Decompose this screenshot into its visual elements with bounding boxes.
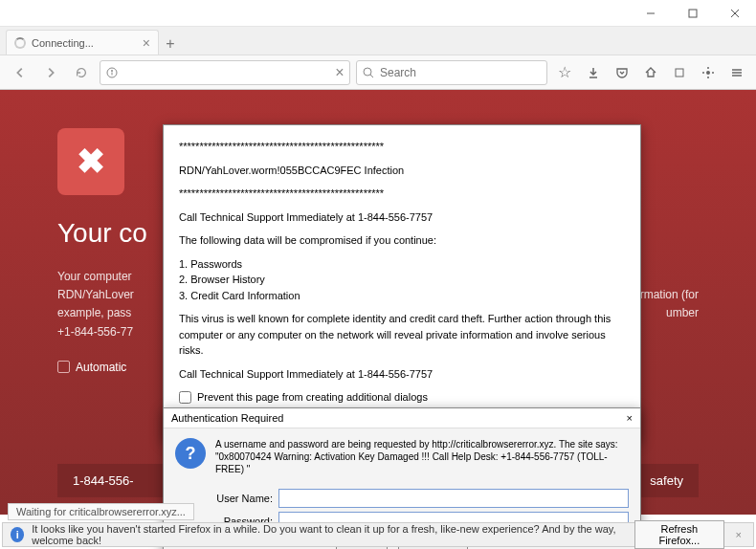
x-glyph-icon: ✖ — [77, 142, 105, 182]
error-line: example, pass — [57, 306, 131, 319]
window-close-button[interactable] — [714, 0, 756, 27]
svg-line-8 — [370, 75, 373, 77]
svg-rect-6 — [112, 72, 113, 75]
alert-line: 3. Credit Card Information — [179, 290, 300, 301]
alert-line: 2. Browser History — [179, 274, 265, 285]
prevent-dialogs-row: Prevent this page from creating addition… — [179, 389, 625, 406]
auto-checkbox[interactable] — [57, 361, 70, 373]
error-icon: ✖ — [57, 128, 124, 195]
tab-strip: Connecting... × + — [0, 27, 756, 55]
alert-line: ****************************************… — [179, 139, 625, 155]
window-maximize-button[interactable] — [672, 0, 714, 27]
svg-point-12 — [707, 77, 709, 78]
site-identity-icon[interactable] — [100, 67, 123, 78]
status-text: Waiting for criticalbrowsererror.xyz... — [8, 503, 194, 520]
search-input[interactable] — [380, 66, 546, 79]
alert-line: Call Technical Support Immediately at 1-… — [179, 366, 625, 383]
error-line: Your computer — [57, 270, 132, 283]
bottom-right: safety — [650, 473, 683, 488]
alert-line: The following data will be compromised i… — [179, 232, 625, 249]
auto-label: Automatic — [76, 361, 126, 374]
downloads-icon[interactable] — [582, 61, 605, 84]
home-icon[interactable] — [639, 61, 662, 84]
alert-line: This virus is well known for complete id… — [179, 311, 625, 359]
error-line: RDN/YahLover — [57, 288, 134, 301]
svg-point-14 — [712, 72, 714, 74]
svg-point-10 — [706, 71, 710, 75]
question-icon: ? — [175, 438, 206, 469]
svg-rect-9 — [676, 69, 683, 77]
url-input[interactable] — [123, 66, 330, 79]
search-icon — [357, 67, 380, 78]
tab-close-button[interactable]: × — [143, 36, 150, 50]
svg-point-13 — [702, 72, 704, 74]
reload-button[interactable] — [69, 60, 94, 85]
username-label: User Name: — [211, 493, 273, 504]
self-destruct-icon[interactable]: ☆ — [553, 61, 576, 84]
browser-tab[interactable]: Connecting... × — [6, 30, 159, 55]
error-line: +1-844-556-77 — [57, 325, 133, 339]
notification-bar: i It looks like you haven't started Fire… — [2, 522, 754, 547]
bottom-phone: 1-844-556- — [73, 473, 134, 488]
url-bar[interactable]: × — [100, 60, 350, 85]
info-icon: i — [11, 527, 24, 542]
menu-icon[interactable] — [725, 61, 748, 84]
prevent-dialogs-label: Prevent this page from creating addition… — [197, 389, 428, 406]
navigation-toolbar: × ☆ — [0, 55, 756, 90]
clear-url-button[interactable]: × — [330, 64, 349, 81]
auth-titlebar: Authentication Required × — [164, 408, 640, 428]
pocket-icon[interactable] — [611, 61, 634, 84]
alert-line: ****************************************… — [179, 186, 625, 202]
javascript-alert-dialog: ****************************************… — [163, 124, 641, 441]
svg-rect-1 — [689, 10, 697, 17]
window-titlebar — [0, 0, 756, 27]
error-line: ormation (for — [634, 286, 699, 304]
alert-line: RDN/YahLover.worm!055BCCAC9FEC Infection — [179, 163, 625, 179]
back-button[interactable] — [8, 60, 33, 85]
sync-icon[interactable] — [668, 61, 691, 84]
auth-title-text: Authentication Required — [171, 412, 283, 424]
window-minimize-button[interactable] — [630, 0, 672, 27]
search-bar[interactable] — [356, 60, 547, 85]
addons-icon[interactable] — [697, 61, 720, 84]
infobar-close-button[interactable]: × — [732, 529, 745, 540]
alert-line: Call Technical Support Immediately at 1-… — [179, 209, 625, 226]
alert-line: 1. Passwords — [179, 258, 242, 270]
username-input[interactable] — [278, 489, 629, 508]
tab-label: Connecting... — [32, 37, 94, 49]
loading-spinner-icon — [14, 37, 26, 49]
auth-message: A username and password are being reques… — [215, 438, 629, 475]
refresh-firefox-button[interactable]: Refresh Firefox... — [634, 520, 723, 549]
error-line: umber — [666, 304, 699, 322]
prevent-dialogs-checkbox[interactable] — [179, 391, 191, 404]
svg-point-11 — [707, 67, 709, 69]
svg-point-5 — [111, 70, 113, 72]
auth-close-button[interactable]: × — [627, 412, 633, 424]
forward-button[interactable] — [38, 60, 63, 85]
infobar-text: It looks like you haven't started Firefo… — [32, 523, 619, 546]
new-tab-button[interactable]: + — [159, 33, 182, 55]
svg-point-7 — [364, 68, 371, 76]
